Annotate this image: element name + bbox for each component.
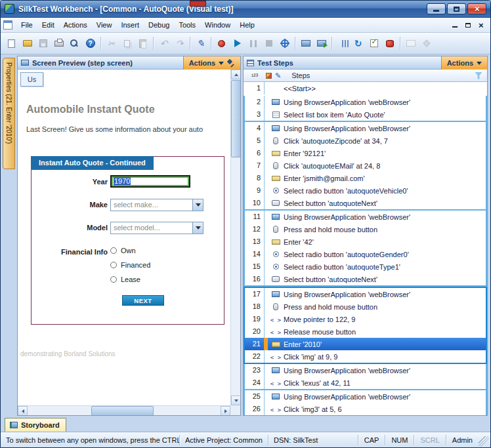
vertical-scroll-thumb[interactable] xyxy=(231,80,240,157)
menu-file[interactable]: File xyxy=(16,19,37,31)
test-step-row-6[interactable]: 6Enter '92121' xyxy=(245,147,486,159)
resize-grip[interactable] xyxy=(479,436,489,447)
test-step-row-21[interactable]: 21Enter '2010' xyxy=(245,338,486,350)
test-step-row-23[interactable]: 23Using BrowserApplication 'webBrowser' xyxy=(245,364,486,377)
test-step-row-14[interactable]: 14Select radio button 'autoquoteGender0' xyxy=(245,248,486,260)
test-step-row-13[interactable]: 13Enter '42' xyxy=(245,235,486,248)
financial-option-financed[interactable]: Financed xyxy=(110,260,150,270)
maximize-button[interactable] xyxy=(447,3,466,14)
year-input[interactable]: 1970 xyxy=(110,175,190,188)
test-step-row-12[interactable]: 12Press and hold mouse button xyxy=(245,223,486,235)
radio-button-icon[interactable] xyxy=(110,262,117,268)
dropdown-arrow-icon[interactable] xyxy=(192,199,203,211)
menu-help[interactable]: Help xyxy=(235,19,259,31)
properties-tab[interactable]: Properties (21. Enter '2010') xyxy=(3,58,15,169)
record-icon[interactable] xyxy=(214,36,229,51)
test-step-row-20[interactable]: 20Release mouse button xyxy=(245,325,486,338)
test-step-row-11[interactable]: 11Using BrowserApplication 'webBrowser' xyxy=(245,211,486,223)
minimize-button[interactable] xyxy=(427,3,446,14)
play-icon[interactable] xyxy=(230,36,245,51)
object-column-icon[interactable] xyxy=(266,73,272,79)
screen-export-icon[interactable] xyxy=(314,36,329,51)
hotspot-icon[interactable] xyxy=(277,36,292,51)
step-number: 12 xyxy=(245,223,265,235)
test-step-row-1[interactable]: 1<<Start>> xyxy=(245,82,486,94)
edit-column-icon[interactable] xyxy=(275,71,281,80)
test-step-row-17[interactable]: 17Using BrowserApplication 'webBrowser' xyxy=(245,288,486,300)
test-step-row-3[interactable]: 3Select list box item 'Auto Quote' xyxy=(245,108,486,121)
menu-insert[interactable]: Insert xyxy=(116,19,144,31)
scroll-down-button[interactable] xyxy=(231,396,240,405)
vertical-scrollbar[interactable] xyxy=(230,70,240,405)
test-step-row-19[interactable]: 19Move pointer to 122, 9 xyxy=(245,313,486,325)
filter-icon[interactable] xyxy=(475,72,482,79)
sync-icon[interactable] xyxy=(351,36,366,51)
test-step-row-4[interactable]: 4Using BrowserApplication 'webBrowser' xyxy=(245,122,486,134)
document-icon xyxy=(3,20,12,30)
new-file-icon[interactable] xyxy=(4,36,19,51)
next-button[interactable]: NEXT xyxy=(122,295,164,306)
verify-icon[interactable] xyxy=(366,36,381,51)
test-step-row-26[interactable]: 26Click 'img3' at 5, 6 xyxy=(245,403,486,415)
screen-preview-actions-dropdown[interactable]: Actions xyxy=(183,56,240,70)
step-group: 2Using BrowserApplication 'webBrowser'3S… xyxy=(244,96,487,122)
current-step-group: 17Using BrowserApplication 'webBrowser'1… xyxy=(244,287,487,364)
radio-button-icon[interactable] xyxy=(110,276,117,283)
financial-option-own[interactable]: Own xyxy=(110,246,136,255)
steps-column-header[interactable]: ¹²³ Steps xyxy=(244,70,487,82)
test-step-row-18[interactable]: 18Press and hold mouse button xyxy=(245,300,486,313)
step-text: Using BrowserApplication 'webBrowser' xyxy=(284,125,486,132)
test-step-row-10[interactable]: 10Select button 'autoquoteNext' xyxy=(245,197,486,209)
model-select[interactable]: select model... xyxy=(110,222,203,234)
pen-icon[interactable] xyxy=(193,36,208,51)
test-steps-actions-dropdown[interactable]: Actions xyxy=(441,56,487,70)
dropdown-arrow-icon[interactable] xyxy=(192,222,203,234)
horizontal-scrollbar[interactable] xyxy=(18,405,230,415)
make-select[interactable]: select make... xyxy=(110,199,203,211)
screen-preview-toggle-icon[interactable] xyxy=(298,36,313,51)
year-label: Year xyxy=(34,178,108,186)
test-step-row-24[interactable]: 24Click 'lexus' at 42, 11 xyxy=(245,377,486,389)
mdi-close-button[interactable] xyxy=(475,20,486,30)
step-text: Click 'autoquoteZipcode' at 34, 7 xyxy=(284,137,486,145)
test-step-row-15[interactable]: 15Select radio button 'autoquoteType1' xyxy=(245,260,486,273)
menu-tools[interactable]: Tools xyxy=(174,19,200,31)
find-icon[interactable] xyxy=(67,36,82,51)
code-icon xyxy=(268,328,284,336)
menu-window[interactable]: Window xyxy=(200,19,235,31)
scroll-left-button[interactable] xyxy=(18,406,28,415)
print-icon[interactable] xyxy=(51,36,66,51)
test-step-row-25[interactable]: 25Using BrowserApplication 'webBrowser' xyxy=(245,390,486,403)
test-step-row-22[interactable]: 22Click 'img' at 9, 9 xyxy=(245,350,486,363)
nav-fragment-button[interactable]: Us xyxy=(20,72,43,87)
menu-edit[interactable]: Edit xyxy=(37,19,59,31)
app-window: SilkTest Workbench - [Common - AutoQuote… xyxy=(0,0,491,448)
mdi-restore-button[interactable] xyxy=(462,20,473,30)
test-step-row-8[interactable]: 8Enter 'jsmith@gmail.com' xyxy=(245,172,486,184)
menu-debug[interactable]: Debug xyxy=(144,19,174,31)
test-step-row-5[interactable]: 5Click 'autoquoteZipcode' at 34, 7 xyxy=(245,134,486,147)
financial-option-lease[interactable]: Lease xyxy=(110,275,140,284)
open-icon[interactable] xyxy=(20,36,35,51)
test-steps-columns-icon[interactable] xyxy=(335,36,350,51)
scroll-right-button[interactable] xyxy=(221,406,230,415)
test-step-row-16[interactable]: 16Select button 'autoquoteNext' xyxy=(245,273,486,285)
sort-number-icon[interactable]: ¹²³ xyxy=(251,72,258,79)
storyboard-tab[interactable]: Storyboard xyxy=(5,418,66,432)
title-bar[interactable]: SilkTest Workbench - [Common - AutoQuote… xyxy=(1,1,490,18)
keyboard-icon xyxy=(268,176,284,181)
menu-actions[interactable]: Actions xyxy=(59,19,92,31)
test-step-row-9[interactable]: 9Select radio button 'autoquoteVehicle0' xyxy=(245,184,486,197)
menu-view[interactable]: View xyxy=(92,19,117,31)
scroll-up-button[interactable] xyxy=(231,70,240,79)
toolbar-separator xyxy=(190,37,190,50)
close-button[interactable] xyxy=(467,3,486,14)
radio-button-icon[interactable] xyxy=(110,247,117,254)
mdi-minimize-button[interactable] xyxy=(449,20,460,30)
database-stop-icon[interactable] xyxy=(382,36,397,51)
help-icon[interactable] xyxy=(83,36,98,51)
pin-icon[interactable] xyxy=(227,59,235,68)
test-step-row-7[interactable]: 7Click 'autoquoteEMail' at 24, 8 xyxy=(245,159,486,172)
horizontal-scroll-thumb[interactable] xyxy=(91,406,154,415)
test-step-row-2[interactable]: 2Using BrowserApplication 'webBrowser' xyxy=(245,96,486,108)
